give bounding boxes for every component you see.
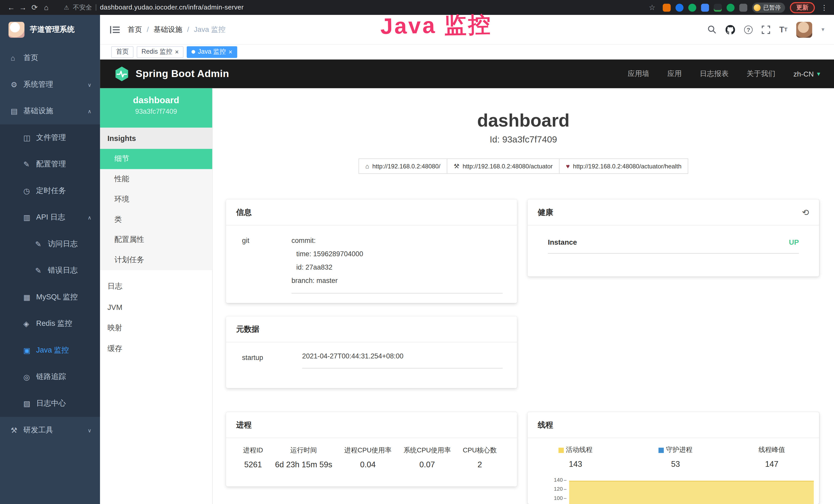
browser-menu-icon[interactable]: ⋮ bbox=[820, 3, 829, 11]
history-icon[interactable]: ⟲ bbox=[802, 207, 809, 217]
extension-icon-6[interactable] bbox=[727, 3, 734, 11]
extension-icon-1[interactable] bbox=[663, 3, 671, 11]
tag-home[interactable]: 首页 bbox=[111, 46, 134, 58]
instance-name: dashboard bbox=[100, 95, 212, 106]
reload-icon[interactable]: ⟳ bbox=[29, 3, 41, 12]
sidebar-item-label: 系统管理 bbox=[23, 80, 53, 89]
avatar-caret-icon[interactable]: ▾ bbox=[821, 26, 824, 33]
sba-menu-item-performance[interactable]: 性能 bbox=[100, 169, 212, 189]
instance-link-root[interactable]: ⌂ http://192.168.0.2:48080/ bbox=[358, 158, 447, 174]
info-card-title: 信息 bbox=[226, 200, 517, 225]
font-size-icon[interactable]: TT bbox=[779, 25, 788, 34]
sba-menu-item-mappings[interactable]: 映射 bbox=[100, 317, 212, 338]
health-card-title: 健康 bbox=[538, 207, 553, 217]
sba-nav-journal[interactable]: 日志报表 bbox=[700, 69, 729, 78]
instance-link-health[interactable]: ♥ http://192.168.0.2:48080/actuator/heal… bbox=[559, 158, 688, 174]
browser-home-icon[interactable]: ⌂ bbox=[40, 3, 52, 12]
threads-area-series bbox=[569, 481, 814, 504]
sba-nav-applications[interactable]: 应用 bbox=[667, 69, 682, 78]
instance-link-actuator[interactable]: ⚒ http://192.168.0.2:48080/actuator bbox=[447, 158, 559, 174]
extension-icon-3[interactable] bbox=[688, 3, 696, 11]
sba-nav-links: 应用墙 应用 日志报表 关于我们 zh-CN ▾ bbox=[628, 69, 820, 78]
sba-menu-item-caches[interactable]: 缓存 bbox=[100, 338, 212, 359]
sba-menu-item-config-props[interactable]: 配置属性 bbox=[100, 230, 212, 250]
extension-icon-4[interactable] bbox=[701, 3, 709, 11]
breadcrumb-infrastructure[interactable]: 基础设施 bbox=[154, 25, 182, 34]
stat-pid: 进程ID 5261 bbox=[243, 446, 263, 469]
user-avatar[interactable] bbox=[796, 22, 812, 38]
menu-fold-icon[interactable] bbox=[110, 24, 120, 35]
threads-card: 线程 活动线程 143 守护进程 bbox=[528, 412, 819, 504]
sidebar-item-java-monitor[interactable]: ▣ Java 监控 bbox=[0, 337, 100, 364]
sba-main: dashboard Id: 93a3fc7f7409 ⌂ http://192.… bbox=[213, 88, 834, 504]
instance-id: 93a3fc7f7409 bbox=[100, 107, 212, 115]
threads-card-title: 线程 bbox=[528, 412, 819, 438]
sba-nav-wallboard[interactable]: 应用墙 bbox=[628, 69, 649, 78]
sba-instance-block[interactable]: dashboard 93a3fc7f7409 bbox=[100, 88, 212, 128]
fullscreen-icon[interactable] bbox=[762, 25, 770, 33]
extension-icon-7[interactable] bbox=[739, 3, 747, 11]
home-icon: ⌂ bbox=[365, 162, 369, 170]
health-instance-label: Instance bbox=[548, 238, 577, 246]
sba-menu-item-environment[interactable]: 环境 bbox=[100, 189, 212, 209]
sidebar-item-system-mgmt[interactable]: ⚙ 系统管理 ∨ bbox=[0, 71, 100, 98]
health-card: 健康 ⟲ Instance UP bbox=[528, 200, 819, 276]
forward-icon[interactable]: → bbox=[17, 3, 29, 12]
sidebar-item-link-tracing[interactable]: ◎ 链路追踪 bbox=[0, 364, 100, 390]
extension-icon-5[interactable] bbox=[714, 3, 722, 11]
chevron-down-icon: ∨ bbox=[88, 427, 91, 433]
tag-redis-monitor[interactable]: Redis 监控 × bbox=[137, 46, 183, 58]
paused-badge[interactable]: 已暂停 bbox=[752, 2, 785, 12]
sidebar-item-access-logs[interactable]: ✎ 访问日志 bbox=[0, 231, 100, 257]
sba-menu-item-logs[interactable]: 日志 bbox=[100, 276, 212, 297]
update-button[interactable]: 更新 bbox=[790, 2, 815, 13]
edit-icon: ✎ bbox=[23, 160, 36, 168]
sidebar-item-api-logs[interactable]: ▥ API 日志 ∧ bbox=[0, 204, 100, 231]
sidebar-item-infrastructure[interactable]: ▤ 基础设施 ∧ bbox=[0, 98, 100, 124]
sba-menu-item-details[interactable]: 细节 bbox=[100, 149, 212, 169]
bookmark-star-icon[interactable]: ☆ bbox=[646, 3, 658, 12]
tag-java-monitor[interactable]: Java 监控 × bbox=[187, 46, 237, 58]
address-bar[interactable]: ⚠ 不安全 dashboard.yudao.iocoder.cn/infra/a… bbox=[64, 3, 243, 12]
security-label: 不安全 bbox=[73, 3, 92, 12]
sba-menu-item-jvm[interactable]: JVM bbox=[100, 297, 212, 318]
search-icon[interactable] bbox=[708, 25, 717, 34]
emoji-face-icon bbox=[753, 4, 761, 11]
sidebar-item-label: 基础设施 bbox=[23, 106, 53, 116]
page-subtitle: Id: 93a3fc7f7409 bbox=[213, 135, 834, 145]
app-title: 芋道管理系统 bbox=[30, 25, 74, 35]
y-axis-tick: 140 bbox=[539, 477, 563, 483]
metadata-card-title: 元数据 bbox=[226, 316, 517, 342]
sidebar-item-scheduled-tasks[interactable]: ◷ 定时任务 bbox=[0, 178, 100, 204]
page-title: dashboard bbox=[213, 110, 834, 131]
process-stats: 进程ID 5261 运行时间 6d 23h 15m 59s 进程CPU使用率 0… bbox=[226, 438, 517, 469]
tags-view: 首页 Redis 监控 × Java 监控 × bbox=[100, 45, 834, 60]
help-icon[interactable]: ? bbox=[744, 25, 752, 33]
sba-brand[interactable]: Spring Boot Admin bbox=[114, 66, 229, 82]
sidebar-item-home[interactable]: ⌂ 首页 bbox=[0, 45, 100, 71]
legend-live-threads: 活动线程 143 bbox=[558, 445, 593, 468]
breadcrumb-home[interactable]: 首页 bbox=[128, 25, 142, 34]
sidebar-item-redis-monitor[interactable]: ◈ Redis 监控 bbox=[0, 311, 100, 337]
address-divider bbox=[95, 4, 96, 11]
sidebar-item-mysql-monitor[interactable]: ▦ MySQL 监控 bbox=[0, 284, 100, 311]
file-icon: ◫ bbox=[23, 134, 36, 142]
sba-nav-about[interactable]: 关于我们 bbox=[747, 69, 775, 78]
extension-icon-2[interactable] bbox=[676, 3, 683, 11]
sidebar-item-file-mgmt[interactable]: ◫ 文件管理 bbox=[0, 124, 100, 151]
sidebar-item-config-mgmt[interactable]: ✎ 配置管理 bbox=[0, 151, 100, 178]
sba-other-list: 日志 JVM 映射 缓存 bbox=[100, 276, 212, 359]
sidebar-item-log-center[interactable]: ▨ 日志中心 bbox=[0, 390, 100, 417]
sidebar-item-dev-tools[interactable]: ⚒ 研发工具 ∨ bbox=[0, 417, 100, 444]
close-icon[interactable]: × bbox=[228, 48, 233, 55]
app-logo[interactable]: 芋道管理系统 bbox=[0, 15, 100, 45]
locale-selector[interactable]: zh-CN ▾ bbox=[793, 70, 820, 78]
sba-menu-item-classes[interactable]: 类 bbox=[100, 209, 212, 230]
sba-menu-item-scheduled-tasks[interactable]: 计划任务 bbox=[100, 250, 212, 270]
sidebar-item-error-logs[interactable]: ✎ 错误日志 bbox=[0, 257, 100, 284]
github-icon[interactable] bbox=[726, 25, 735, 34]
url-text[interactable]: dashboard.yudao.iocoder.cn/infra/admin-s… bbox=[100, 4, 244, 11]
close-icon[interactable]: × bbox=[175, 48, 179, 55]
legend-peak-threads: 线程峰值 147 bbox=[759, 445, 785, 468]
back-icon[interactable]: ← bbox=[5, 3, 17, 12]
